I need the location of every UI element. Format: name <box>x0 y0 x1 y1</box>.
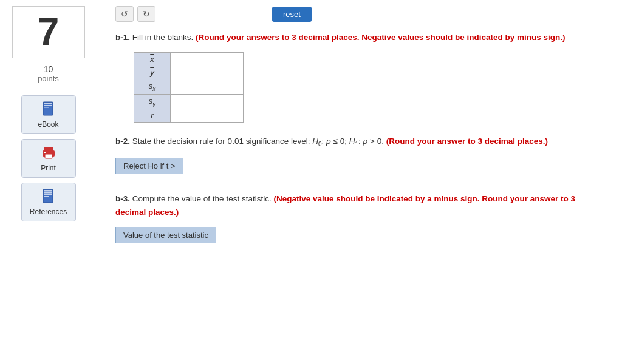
stat-label-sx: sx <box>134 79 171 95</box>
toolbar: ↺ ↻ reset <box>115 6 604 22</box>
test-stat-input[interactable] <box>216 227 289 243</box>
reset-button[interactable]: reset <box>272 7 312 22</box>
svg-rect-10 <box>44 192 52 194</box>
reject-label: Reject Ho if t > <box>115 158 183 174</box>
ebook-label: eBook <box>38 120 58 129</box>
table-row: x <box>134 53 244 66</box>
ybar-input[interactable] <box>177 68 237 77</box>
print-icon <box>40 144 57 161</box>
svg-rect-1 <box>44 103 52 104</box>
table-row: r <box>134 109 244 123</box>
test-stat-row: Value of the test statistic <box>115 227 604 243</box>
ebook-icon <box>40 101 57 118</box>
stats-table: x y sx sy r <box>134 52 244 123</box>
main-content: ↺ ↻ reset b-1. Fill in the blanks. (Roun… <box>97 0 622 364</box>
table-row: sy <box>134 94 244 109</box>
points-label: 10 points <box>38 64 59 83</box>
section-b2: b-2. State the decision rule for 0.01 si… <box>115 135 604 174</box>
sx-input[interactable] <box>177 83 237 92</box>
b1-instruction: b-1. Fill in the blanks. (Round your ans… <box>115 32 604 44</box>
references-button[interactable]: References <box>21 183 76 221</box>
stat-label-sy: sy <box>134 94 171 109</box>
table-row: sx <box>134 79 244 95</box>
sidebar: 7 10 points eBook <box>0 0 97 364</box>
reject-row: Reject Ho if t > <box>115 158 604 174</box>
stat-label-r: r <box>134 109 171 123</box>
hypotheses: H0: ρ ≤ 0; H1: ρ > 0. <box>312 136 384 146</box>
section-b1: b-1. Fill in the blanks. (Round your ans… <box>115 32 604 123</box>
redo-button[interactable]: ↻ <box>137 6 156 22</box>
svg-rect-12 <box>44 196 49 197</box>
sy-input[interactable] <box>177 97 237 106</box>
section-b3: b-3. Compute the value of the test stati… <box>115 192 604 243</box>
stat-input-sx[interactable] <box>171 79 244 95</box>
reject-input[interactable] <box>183 158 256 174</box>
stat-label-xbar: x <box>134 53 171 66</box>
question-number: 7 <box>12 6 85 58</box>
table-row: y <box>134 66 244 79</box>
ebook-button[interactable]: eBook <box>21 95 76 134</box>
test-stat-label: Value of the test statistic <box>115 227 216 243</box>
svg-rect-2 <box>44 105 52 106</box>
r-input[interactable] <box>177 111 237 120</box>
svg-rect-9 <box>44 190 52 192</box>
stat-input-xbar[interactable] <box>171 53 244 66</box>
print-button[interactable]: Print <box>21 139 76 178</box>
references-label: References <box>30 207 67 216</box>
svg-rect-6 <box>45 154 52 158</box>
print-label: Print <box>41 164 56 172</box>
b2-bold-instruction: (Round your answer to 3 decimal places.) <box>386 136 548 146</box>
svg-rect-3 <box>44 107 49 108</box>
b3-instruction: b-3. Compute the value of the test stati… <box>115 192 604 218</box>
stat-input-ybar[interactable] <box>171 66 244 79</box>
b2-instruction: b-2. State the decision rule for 0.01 si… <box>115 135 604 149</box>
svg-rect-7 <box>44 152 46 153</box>
xbar-input[interactable] <box>177 55 237 64</box>
references-icon <box>40 188 57 205</box>
undo-button[interactable]: ↺ <box>115 6 134 22</box>
stat-input-r[interactable] <box>171 109 244 123</box>
stat-label-ybar: y <box>134 66 171 79</box>
b1-bold-instruction: (Round your answers to 3 decimal places.… <box>196 33 565 42</box>
stat-input-sy[interactable] <box>171 94 244 109</box>
svg-rect-11 <box>44 194 52 195</box>
